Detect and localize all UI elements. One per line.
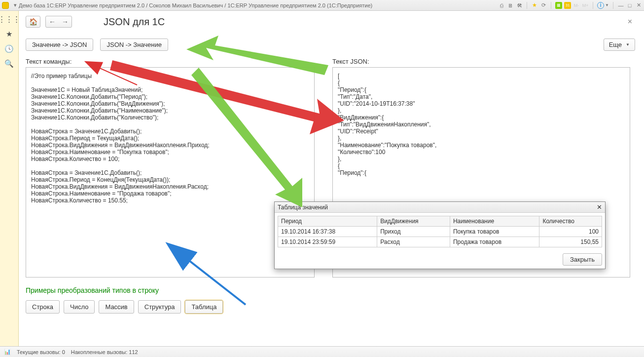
popup-close-button[interactable]: Закрыть (563, 253, 602, 266)
table-row[interactable]: 19.10.2014 16:37:38 Приход Покупка товар… (278, 227, 602, 237)
document-icon[interactable]: 🗎 (507, 2, 514, 9)
forward-button[interactable]: → (59, 18, 72, 26)
status-accumulated-calls: Накопленные вызовы: 112 (71, 349, 138, 355)
value-to-json-button[interactable]: Значение -> JSON (26, 39, 93, 51)
more-button[interactable]: Еще (604, 39, 635, 51)
col-qty[interactable]: Количество (539, 216, 602, 227)
minimize-icon[interactable]: — (617, 2, 624, 9)
separator (613, 2, 613, 9)
col-period[interactable]: Период (278, 216, 377, 227)
status-bar: 📊 Текущие вызовы: 0 Накопленные вызовы: … (0, 346, 644, 357)
history-icon[interactable]: ⟳ (540, 2, 547, 9)
example-table-button[interactable]: Таблица (185, 300, 223, 314)
cell-period: 19.10.2014 23:59:59 (278, 237, 377, 247)
info-icon[interactable]: i (597, 2, 604, 9)
tool-icon[interactable]: 🛠 (516, 2, 523, 9)
json-to-value-button[interactable]: JSON -> Значение (100, 39, 168, 51)
close-window-icon[interactable]: ✕ (635, 2, 642, 9)
calendar-icon[interactable]: 31 (564, 2, 571, 9)
popup-title: Таблица значений (278, 204, 328, 211)
m-plus-icon[interactable]: M+ (582, 2, 589, 9)
example-buttons-row: Строка Число Массив Структура Таблица (26, 300, 635, 314)
command-text-field[interactable]: //Это пример таблицы Значение1С = Новый … (26, 67, 315, 278)
separator (593, 2, 593, 9)
cell-qty: 100 (539, 227, 602, 237)
cell-name: Продажа товаров (450, 237, 539, 247)
app-logo-icon (2, 2, 9, 9)
value-table: Период ВидДвижения Наименование Количест… (278, 216, 602, 247)
cell-qty: 150,55 (539, 237, 602, 247)
print-icon[interactable]: ⎙ (498, 2, 505, 9)
cell-kind: Приход (377, 227, 450, 237)
cell-period: 19.10.2014 16:37:38 (278, 227, 377, 237)
close-form-icon[interactable]: × (625, 17, 635, 26)
value-table-popup: Таблица значений ✕ Период ВидДвижения На… (274, 201, 606, 269)
command-text-label: Текст команды: (26, 58, 328, 65)
examples-heading: Примеры преобразований типов в строку (26, 286, 635, 294)
favorites-star-icon[interactable]: ★ (5, 30, 14, 39)
m-minus-icon[interactable]: M- (573, 2, 580, 9)
example-array-button[interactable]: Массив (99, 300, 134, 314)
back-button[interactable]: ← (46, 18, 59, 26)
table-row[interactable]: 19.10.2014 23:59:59 Расход Продажа товар… (278, 237, 602, 247)
calculator-icon[interactable]: ▦ (555, 2, 562, 9)
window-title-bar: ▾ Демо база 1С:ERP Управление предприяти… (0, 0, 644, 11)
popup-close-icon[interactable]: ✕ (597, 203, 602, 211)
cell-name: Покупка товаров (450, 227, 539, 237)
status-icon: 📊 (4, 349, 11, 356)
clipboard-icon[interactable]: 🕓 (5, 44, 14, 53)
menu-grid-icon[interactable]: ⋮⋮⋮ (5, 15, 14, 24)
info-dropdown-icon[interactable]: ▼ (605, 3, 609, 7)
more-button-label: Еще (609, 41, 622, 48)
col-name[interactable]: Наименование (450, 216, 539, 227)
json-text-label: Текст JSON: (332, 58, 635, 65)
page-title: JSON для 1С (104, 16, 165, 28)
window-title: Демо база 1С:ERP Управление предприятием… (19, 2, 372, 8)
example-number-button[interactable]: Число (64, 300, 95, 314)
sidebar: ⋮⋮⋮ ★ 🕓 🔍 (0, 11, 19, 346)
content-area: 🏠 ← → JSON для 1С × Значение -> JSON JSO… (19, 11, 644, 346)
status-current-calls: Текущие вызовы: 0 (17, 349, 65, 355)
popup-header[interactable]: Таблица значений ✕ (275, 202, 605, 213)
back-forward-group: ← → (45, 16, 72, 28)
star-icon[interactable]: ★ (531, 2, 538, 9)
example-string-button[interactable]: Строка (26, 300, 60, 314)
col-kind[interactable]: ВидДвижения (377, 216, 450, 227)
home-button[interactable]: 🏠 (26, 16, 40, 28)
example-struct-button[interactable]: Структура (138, 300, 181, 314)
maximize-icon[interactable]: □ (626, 2, 633, 9)
dropdown-icon[interactable]: ▾ (12, 2, 19, 9)
cell-kind: Расход (377, 237, 450, 247)
separator (551, 2, 551, 9)
nav-row: 🏠 ← → JSON для 1С × (26, 16, 635, 28)
separator (527, 2, 527, 9)
search-icon[interactable]: 🔍 (5, 59, 14, 68)
command-row: Значение -> JSON JSON -> Значение Еще (26, 39, 635, 51)
